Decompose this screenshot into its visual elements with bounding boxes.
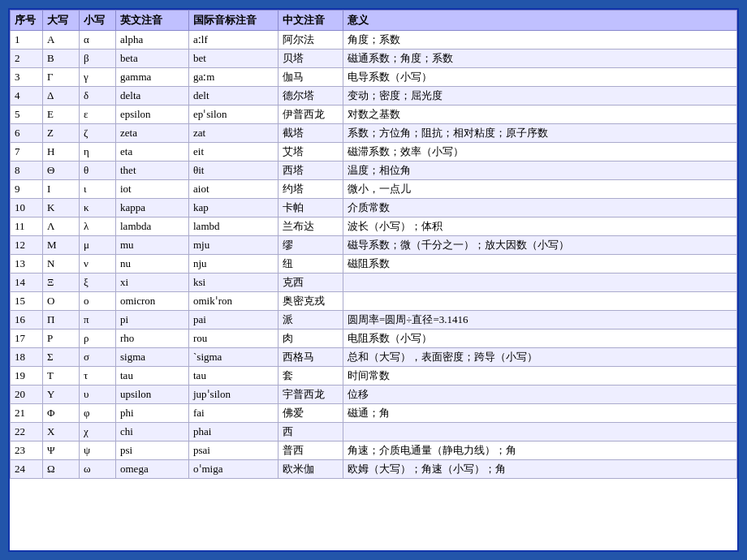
cell-seq: 8	[11, 162, 43, 180]
header-ipa: 国际音标注音	[189, 11, 279, 31]
cell-seq: 20	[11, 386, 43, 404]
cell-lower: θ	[80, 162, 116, 180]
cell-upper: Η	[43, 143, 80, 162]
table-row: 14Ξξxiksi克西	[11, 274, 737, 292]
cell-upper: Ψ	[43, 442, 80, 460]
table-row: 10Κκkappakap卡帕介质常数	[11, 199, 737, 218]
cell-seq: 3	[11, 68, 43, 87]
cell-upper: Χ	[43, 423, 80, 442]
cell-en: gamma	[116, 68, 189, 87]
table-row: 22Χχchiphai西	[11, 423, 737, 442]
cell-en: omicron	[116, 292, 189, 311]
cell-ipa: oˈmiga	[189, 460, 279, 479]
table-row: 13Ννnunju纽磁阻系数	[11, 255, 737, 274]
cell-meaning: 时间常数	[343, 367, 737, 386]
cell-seq: 18	[11, 348, 43, 367]
cell-seq: 13	[11, 255, 43, 274]
cell-cn: 普西	[279, 442, 343, 460]
cell-ipa: pai	[189, 311, 279, 330]
cell-en: xi	[116, 274, 189, 292]
cell-cn: 宇普西龙	[279, 386, 343, 404]
cell-ipa: delt	[189, 87, 279, 106]
header-en: 英文注音	[116, 11, 189, 31]
cell-lower: ρ	[80, 330, 116, 348]
cell-cn: 伊普西龙	[279, 106, 343, 124]
cell-cn: 欧米伽	[279, 460, 343, 479]
cell-en: phi	[116, 404, 189, 423]
table-row: 5Εεepsilonepˈsilon伊普西龙对数之基数	[11, 106, 737, 124]
cell-cn: 派	[279, 311, 343, 330]
table-row: 15Οοomicronomikˈron奥密克戎	[11, 292, 737, 311]
cell-upper: Τ	[43, 367, 80, 386]
cell-lower: κ	[80, 199, 116, 218]
cell-lower: ε	[80, 106, 116, 124]
cell-upper: Ν	[43, 255, 80, 274]
cell-cn: 套	[279, 367, 343, 386]
cell-ipa: rou	[189, 330, 279, 348]
cell-upper: Ζ	[43, 124, 80, 143]
cell-cn: 贝塔	[279, 50, 343, 68]
cell-ipa: zat	[189, 124, 279, 143]
cell-lower: ν	[80, 255, 116, 274]
table-row: 2Ββbetabet贝塔磁通系数；角度；系数	[11, 50, 737, 68]
cell-cn: 约塔	[279, 180, 343, 199]
cell-cn: 兰布达	[279, 218, 343, 236]
cell-en: kappa	[116, 199, 189, 218]
cell-seq: 22	[11, 423, 43, 442]
cell-cn: 卡帕	[279, 199, 343, 218]
cell-en: upsilon	[116, 386, 189, 404]
cell-meaning: 位移	[343, 386, 737, 404]
cell-cn: 佛爱	[279, 404, 343, 423]
table-row: 7Ηηetaeit艾塔磁滞系数；效率（小写）	[11, 143, 737, 162]
cell-cn: 阿尔法	[279, 31, 343, 50]
cell-cn: 截塔	[279, 124, 343, 143]
cell-meaning: 圆周率=圆周÷直径=3.1416	[343, 311, 737, 330]
table-row: 18Σσsigma`sigma西格马总和（大写），表面密度；跨导（小写）	[11, 348, 737, 367]
cell-ipa: epˈsilon	[189, 106, 279, 124]
main-container: 序号 大写 小写 英文注音 国际音标注音 中文注音 意义 1Ααalphaaːl…	[8, 8, 739, 552]
cell-lower: α	[80, 31, 116, 50]
cell-en: psi	[116, 442, 189, 460]
header-lower: 小写	[80, 11, 116, 31]
cell-cn: 伽马	[279, 68, 343, 87]
table-row: 20Υυupsilonjupˈsilon宇普西龙位移	[11, 386, 737, 404]
cell-cn: 肉	[279, 330, 343, 348]
cell-ipa: tau	[189, 367, 279, 386]
cell-cn: 艾塔	[279, 143, 343, 162]
cell-en: lambda	[116, 218, 189, 236]
cell-meaning: 角度；系数	[343, 31, 737, 50]
cell-meaning: 磁阻系数	[343, 255, 737, 274]
cell-en: rho	[116, 330, 189, 348]
cell-ipa: phai	[189, 423, 279, 442]
cell-seq: 4	[11, 87, 43, 106]
cell-meaning: 微小，一点儿	[343, 180, 737, 199]
cell-seq: 9	[11, 180, 43, 199]
cell-meaning: 欧姆（大写）；角速（小写）；角	[343, 460, 737, 479]
header-seq: 序号	[11, 11, 43, 31]
cell-ipa: aːlf	[189, 31, 279, 50]
table-row: 19Ττtautau套时间常数	[11, 367, 737, 386]
cell-lower: ι	[80, 180, 116, 199]
cell-seq: 2	[11, 50, 43, 68]
table-row: 9Ιιiotaiot约塔微小，一点儿	[11, 180, 737, 199]
cell-ipa: mju	[189, 236, 279, 255]
cell-en: eta	[116, 143, 189, 162]
header-row: 序号 大写 小写 英文注音 国际音标注音 中文注音 意义	[11, 11, 737, 31]
cell-cn: 西格马	[279, 348, 343, 367]
cell-meaning: 变动；密度；屈光度	[343, 87, 737, 106]
cell-seq: 14	[11, 274, 43, 292]
cell-ipa: aiot	[189, 180, 279, 199]
cell-seq: 19	[11, 367, 43, 386]
cell-meaning: 磁通系数；角度；系数	[343, 50, 737, 68]
cell-lower: γ	[80, 68, 116, 87]
cell-lower: ψ	[80, 442, 116, 460]
cell-upper: Κ	[43, 199, 80, 218]
cell-ipa: `sigma	[189, 348, 279, 367]
table-row: 21Φφphifai佛爱磁通；角	[11, 404, 737, 423]
cell-en: sigma	[116, 348, 189, 367]
cell-en: chi	[116, 423, 189, 442]
cell-en: mu	[116, 236, 189, 255]
cell-seq: 16	[11, 311, 43, 330]
cell-cn: 纽	[279, 255, 343, 274]
cell-lower: υ	[80, 386, 116, 404]
